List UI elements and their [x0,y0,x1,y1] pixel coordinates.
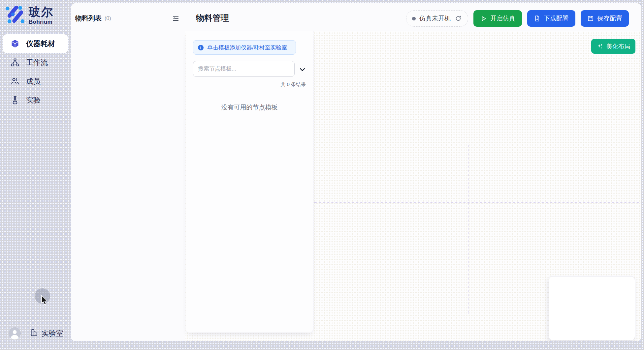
sidebar-item-members[interactable]: 成员 [3,72,68,91]
topbar: 物料管理 仿真未开机 开启仿真 [185,3,641,31]
beautify-layout-label: 美化布局 [606,43,630,50]
sidebar-item-instruments[interactable]: 仪器耗材 [3,34,68,53]
main-card: 物料列表 (0) 物料管理 仿真未开机 [71,3,641,341]
info-icon [198,44,204,51]
collapse-panel-button[interactable] [171,14,180,23]
building-icon [29,328,38,339]
start-simulation-label: 开启仿真 [490,14,515,23]
flow-canvas[interactable]: 单击模板添加仪器/耗材至实验室 共 0 条结果 没有可用的节点模板 美化布局 [185,31,641,341]
empty-state-text: 没有可用的节点模板 [186,103,313,112]
start-simulation-button[interactable]: 开启仿真 [473,10,522,27]
download-config-button[interactable]: 下载配置 [527,10,575,27]
page-title: 物料管理 [196,13,229,23]
play-icon [480,15,487,22]
brand-name-zh: 玻尔 [29,6,54,18]
cube-icon [10,39,19,48]
sidebar-item-label: 实验 [26,95,41,105]
minimap[interactable] [549,276,635,340]
status-label: 仿真未开机 [419,14,451,23]
template-search-input[interactable] [193,61,295,77]
sidebar-item-experiments[interactable]: 实验 [3,91,68,109]
collapse-list-icon [172,15,179,22]
sidebar-item-label: 成员 [26,76,41,86]
material-list-count: (0) [105,15,111,21]
expand-filters-button[interactable] [298,65,307,74]
file-download-icon [534,15,540,22]
sidebar-item-label: 工作流 [26,58,48,68]
hint-banner-text: 单击模板添加仪器/耗材至实验室 [207,44,287,51]
canvas-guide-horizontal [314,202,641,203]
bohrium-logo-icon [5,6,25,25]
hint-banner: 单击模板添加仪器/耗材至实验室 [193,40,296,55]
sidebar-item-lab[interactable]: 实验室 [29,328,63,339]
sidebar-nav: 仪器耗材 工作流 [3,34,68,109]
lab-label: 实验室 [42,329,63,338]
test-tube-icon [10,96,19,104]
save-config-label: 保存配置 [597,14,622,23]
simulation-status-pill: 仿真未开机 [406,10,468,27]
refresh-status-button[interactable] [454,15,462,22]
material-list-panel: 物料列表 (0) [71,3,185,341]
users-icon [10,77,19,86]
save-icon [587,15,594,22]
result-count: 共 0 条结果 [186,81,313,88]
material-list-title: 物料列表 [75,14,102,23]
sidebar-footer: 实验室 [9,327,63,339]
status-dot-icon [412,17,416,20]
refresh-icon [455,15,462,22]
template-browser-panel: 单击模板添加仪器/耗材至实验室 共 0 条结果 没有可用的节点模板 [186,31,313,333]
mouse-cursor [41,295,50,305]
sidebar: 玻尔 Bohrium 仪器耗材 [0,0,71,350]
save-config-button[interactable]: 保存配置 [581,10,629,27]
brand: 玻尔 Bohrium [5,6,54,25]
sidebar-item-label: 仪器耗材 [26,39,55,49]
download-config-label: 下载配置 [544,14,569,23]
chevron-down-icon [299,66,306,73]
beautify-layout-button[interactable]: 美化布局 [591,39,635,54]
workflow-icon [10,58,19,67]
material-list-header: 物料列表 (0) [75,14,180,23]
canvas-guide-vertical [468,143,469,314]
brand-name-en: Bohrium [29,19,54,25]
sparkles-icon [596,43,603,50]
avatar[interactable] [9,327,21,339]
app-root: 玻尔 Bohrium 仪器耗材 [0,0,644,350]
sidebar-item-workflow[interactable]: 工作流 [3,53,68,72]
topbar-actions: 仿真未开机 开启仿真 [406,10,629,27]
